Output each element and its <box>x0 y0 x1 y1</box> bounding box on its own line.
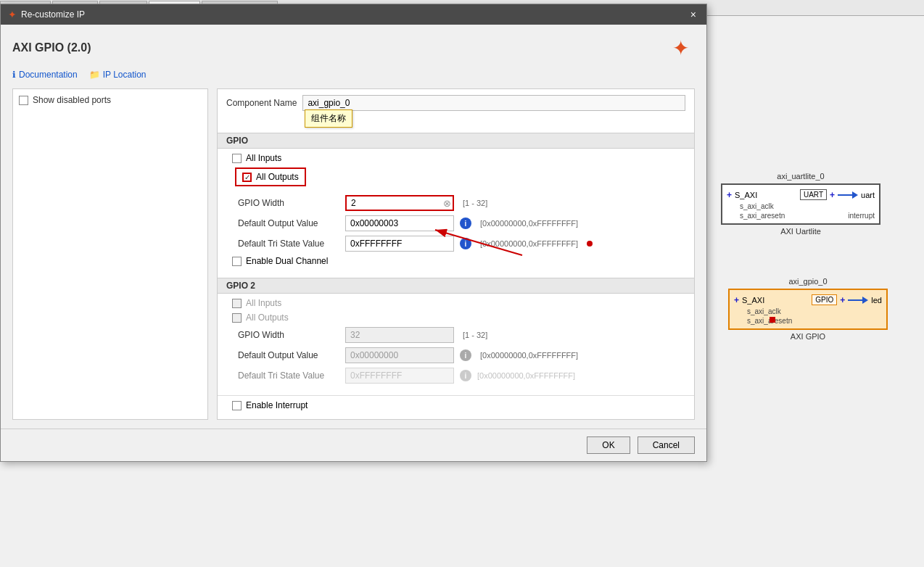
axi-gpio-block: axi_gpio_0 + S_AXI GPIO + led s_axi_aclk <box>728 277 888 341</box>
show-ports-row: Show disabled ports <box>19 95 202 105</box>
brand-logo: ✦ <box>666 33 695 62</box>
component-name-tooltip: 组件名称 <box>305 109 352 128</box>
cancel-button[interactable]: Cancel <box>638 436 695 454</box>
dialog-titlebar: ✦ Re-customize IP × <box>1 4 706 25</box>
gpio-arrow <box>862 297 868 304</box>
all-outputs-group: All Outputs <box>235 167 306 186</box>
all-outputs-label: All Outputs <box>256 172 299 182</box>
gpio-label: AXI GPIO <box>728 332 888 341</box>
uartlite-label: AXI Uartlite <box>721 227 880 236</box>
all-inputs-row: All Inputs <box>226 153 685 163</box>
dialog-footer: OK Cancel <box>1 429 706 461</box>
axi-uartlite-block: axi_uartlite_0 + S_AXI UART + uart s_axi… <box>721 172 880 236</box>
gpio2-all-inputs-label: All Inputs <box>246 298 281 308</box>
gpio2-width-input <box>345 327 454 343</box>
gpio2-default-tri-info-btn: i <box>460 370 471 381</box>
gpio2-all-outputs-row: All Outputs <box>226 313 685 323</box>
default-tri-row: Default Tri State Value i [0x00000000,0x… <box>226 236 685 252</box>
uart-line <box>838 194 852 196</box>
uartlite-block-name: axi_uartlite_0 <box>721 172 880 181</box>
enable-interrupt-label: Enable Interrupt <box>246 400 308 410</box>
gpio2-default-tri-range-partial: [0x00000000,0xFFFFFFFF] <box>477 371 575 380</box>
gpio2-default-output-input <box>345 347 454 363</box>
dialog-body: AXI GPIO (2.0) ✦ ℹ Documentation 📁 IP Lo… <box>1 25 706 429</box>
recustomize-ip-dialog: ✦ Re-customize IP × AXI GPIO (2.0) ✦ ℹ D… <box>0 4 707 462</box>
gpio2-all-inputs-row: All Inputs <box>226 298 685 308</box>
documentation-icon: ℹ <box>12 70 16 80</box>
enable-interrupt-section: Enable Interrupt <box>218 395 694 419</box>
default-output-label: Default Output Value <box>238 218 339 228</box>
default-output-range: [0x00000000,0xFFFFFFFF] <box>480 219 578 228</box>
content-area: Show disabled ports Component Name 组件名称 <box>12 88 695 420</box>
enable-dual-label: Enable Dual Channel <box>246 256 328 266</box>
titlebar-icon: ✦ <box>8 9 17 20</box>
left-panel: Show disabled ports <box>12 88 208 420</box>
gpio2-all-outputs-checkbox[interactable] <box>232 313 242 323</box>
default-output-info-btn[interactable]: i <box>460 218 471 229</box>
uartlite-s-axi-plus: + <box>727 190 732 200</box>
gpio-port-label: GPIO <box>812 294 837 305</box>
show-disabled-ports-checkbox[interactable] <box>19 96 28 105</box>
gpio-width-row: GPIO Width ⊗ [1 - 32] <box>226 195 685 211</box>
show-disabled-ports-label: Show disabled ports <box>33 95 111 105</box>
default-tri-range: [0x00000000,0xFFFFFFFF] <box>480 239 578 248</box>
gpio-aclk: s_axi_aclk <box>734 307 882 316</box>
uart-port-label: UART <box>800 189 827 200</box>
enable-interrupt-checkbox[interactable] <box>232 401 242 410</box>
default-output-row: Default Output Value i [0x00000000,0xFFF… <box>226 215 685 231</box>
logo-icon: ✦ <box>672 36 689 60</box>
uart-output-label: uart <box>861 191 875 199</box>
component-name-label: Component Name <box>226 98 297 108</box>
gpio-section-header: GPIO <box>218 133 694 149</box>
dialog-title: Re-customize IP <box>21 9 85 20</box>
gpio-width-input[interactable] <box>345 195 454 211</box>
gpio2-width-row: GPIO Width [1 - 32] <box>226 327 685 343</box>
uartlite-aresetn: s_axi_aresetn <box>740 212 785 220</box>
default-output-input[interactable] <box>345 215 454 231</box>
all-outputs-checkbox[interactable] <box>242 173 252 182</box>
enable-dual-row: Enable Dual Channel <box>226 256 685 266</box>
component-name-input[interactable] <box>302 95 685 111</box>
ip-location-link[interactable]: 📁 IP Location <box>89 70 147 80</box>
documentation-link[interactable]: ℹ Documentation <box>12 70 78 80</box>
default-tri-input[interactable] <box>345 236 454 252</box>
config-panel: Component Name 组件名称 GPIO <box>217 88 695 420</box>
gpio2-section-header: GPIO 2 <box>218 278 694 294</box>
gpio2-default-output-info-btn: i <box>460 349 471 361</box>
ok-button[interactable]: OK <box>587 436 630 454</box>
default-tri-info-btn[interactable]: i <box>460 238 471 249</box>
gpio2-default-output-row: Default Output Value i [0x00000000,0xFFF… <box>226 347 685 363</box>
product-title: AXI GPIO (2.0) <box>12 41 91 54</box>
comp-name-row: Component Name <box>226 95 685 111</box>
component-name-section: Component Name 组件名称 <box>218 89 694 120</box>
gpio-aresetn: s_axi_aresetn <box>734 316 882 326</box>
config-scroll-area[interactable]: GPIO All Inputs All Outputs <box>218 120 694 395</box>
gpio-width-input-wrapper: ⊗ <box>345 195 454 211</box>
gpio2-default-tri-input <box>345 368 454 384</box>
uartlite-interrupt: interrupt <box>848 212 875 220</box>
all-inputs-label: All Inputs <box>246 153 281 163</box>
titlebar-left: ✦ Re-customize IP <box>8 9 85 20</box>
uartlite-s-axi-label: S_AXI <box>735 191 757 199</box>
uart-arrow <box>852 191 858 199</box>
gpio-width-clear-btn[interactable]: ⊗ <box>443 199 451 208</box>
all-inputs-checkbox[interactable] <box>232 154 242 163</box>
modal-links: ℹ Documentation 📁 IP Location <box>12 70 695 80</box>
red-dot <box>770 317 775 323</box>
gpio-plus: + <box>840 295 845 305</box>
gpio2-all-outputs-label: All Outputs <box>246 313 289 323</box>
gpio2-default-tri-row: Default Tri State Value i [0x00000000,0x… <box>226 368 685 384</box>
gpio2-all-inputs-checkbox[interactable] <box>232 299 242 308</box>
enable-dual-checkbox[interactable] <box>232 257 242 266</box>
title-row: AXI GPIO (2.0) ✦ <box>12 33 695 62</box>
gpio-s-axi-label: S_AXI <box>742 296 764 305</box>
default-tri-label: Default Tri State Value <box>238 239 339 249</box>
gpio2-width-label: GPIO Width <box>238 330 339 340</box>
uart-plus: + <box>830 190 835 200</box>
gpio-width-range: [1 - 32] <box>463 199 487 207</box>
close-button[interactable]: × <box>688 7 699 22</box>
gpio-output-label: led <box>871 296 882 305</box>
gpio2-default-tri-label: Default Tri State Value <box>238 371 339 381</box>
gpio2-width-range: [1 - 32] <box>463 331 487 339</box>
enable-interrupt-row: Enable Interrupt <box>226 400 685 410</box>
